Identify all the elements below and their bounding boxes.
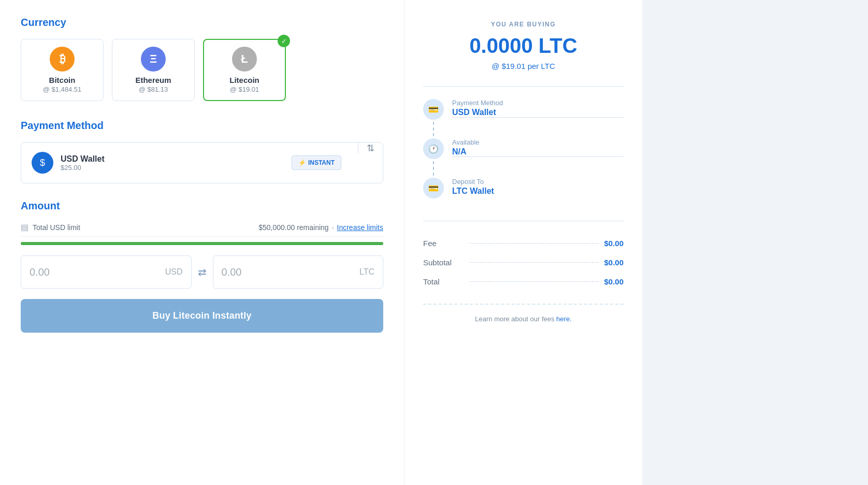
limit-right: $50,000.00 remaining · Increase limits (258, 223, 383, 232)
deposit-to-value: LTC Wallet (452, 187, 624, 196)
eth-icon: Ξ (141, 47, 166, 72)
right-panel: YOU ARE BUYING 0.0000 LTC @ $19.01 per L… (404, 0, 642, 485)
step-payment-icon-col: 💳 (423, 99, 444, 138)
left-panel: Currency ₿ Bitcoin @ $1,484.51 Ξ Ethereu… (0, 0, 404, 485)
fee-dots-2 (470, 262, 599, 263)
amount-limit-row: ▤ Total USD limit $50,000.00 remaining ·… (21, 222, 383, 237)
progress-bar-fill (21, 242, 383, 245)
step-available-icon: 🕐 (423, 138, 444, 159)
buying-amount: 0.0000 LTC (423, 34, 624, 58)
subtotal-label: Subtotal (423, 258, 465, 267)
fees-note-text: Learn more about our fees (475, 315, 556, 323)
payment-box[interactable]: $ USD Wallet $25.00 ⚡ INSTANT ⇅ (21, 142, 383, 183)
usd-input[interactable] (30, 266, 165, 278)
dot-separator: · (332, 223, 334, 232)
step-divider-1 (452, 117, 624, 118)
amount-section-title: Amount (21, 200, 383, 212)
eth-name: Ethereum (135, 76, 171, 84)
fee-row: Fee $0.00 (423, 234, 624, 253)
amount-inputs: USD ⇄ LTC (21, 255, 383, 289)
available-value: N/A (452, 147, 624, 156)
payment-main: $ USD Wallet $25.00 ⚡ INSTANT (21, 142, 358, 183)
fee-dots-1 (470, 243, 599, 244)
step-available-icon-col: 🕐 (423, 138, 444, 178)
increase-limits-link[interactable]: Increase limits (337, 223, 383, 232)
payment-chevron[interactable]: ⇅ (358, 142, 383, 154)
step-connector-1 (433, 122, 434, 136)
subtotal-value: $0.00 (604, 258, 624, 267)
you-are-buying-label: YOU ARE BUYING (423, 21, 624, 28)
ltc-name: Litecoin (229, 76, 259, 84)
step-deposit: 💳 Deposit To LTC Wallet (423, 178, 624, 208)
step-deposit-icon-col: 💳 (423, 178, 444, 198)
summary-steps: 💳 Payment Method USD Wallet 🕐 Available … (423, 99, 624, 208)
step-deposit-text: Deposit To LTC Wallet (452, 178, 624, 208)
payment-name: USD Wallet (61, 154, 105, 164)
usd-input-wrap[interactable]: USD (21, 255, 192, 289)
currency-cards: ₿ Bitcoin @ $1,484.51 Ξ Ethereum @ $81.1… (21, 39, 383, 101)
instant-label: INSTANT (308, 159, 335, 166)
buying-rate: @ $19.01 per LTC (423, 62, 624, 70)
btc-icon: ₿ (50, 47, 75, 72)
btc-price: @ $1,484.51 (43, 85, 82, 93)
wavy-divider (423, 304, 624, 305)
ltc-input[interactable] (222, 266, 359, 278)
fee-rows: Fee $0.00 Subtotal $0.00 Total $0.00 (423, 234, 624, 291)
payment-text: USD Wallet $25.00 (61, 154, 105, 172)
payment-method-value: USD Wallet (452, 108, 624, 117)
limit-remaining: $50,000.00 remaining (258, 223, 328, 232)
currency-section-title: Currency (21, 17, 383, 28)
amount-section: Amount ▤ Total USD limit $50,000.00 rema… (21, 200, 383, 333)
fees-here-link[interactable]: here. (556, 315, 572, 323)
step-deposit-icon: 💳 (423, 178, 444, 198)
step-payment-text: Payment Method USD Wallet (452, 99, 624, 135)
total-label: Total (423, 277, 465, 286)
payment-section-title: Payment Method (21, 120, 383, 132)
currency-card-btc[interactable]: ₿ Bitcoin @ $1,484.51 (21, 39, 104, 101)
fees-note: Learn more about our fees here. (423, 315, 624, 323)
payment-section: Payment Method $ USD Wallet $25.00 ⚡ INS… (21, 120, 383, 183)
payment-balance: $25.00 (61, 164, 105, 172)
usd-label: USD (165, 267, 183, 277)
step-available-text: Available N/A (452, 138, 624, 175)
swap-icon[interactable]: ⇄ (198, 266, 207, 278)
step-payment-method: 💳 Payment Method USD Wallet (423, 99, 624, 138)
summary-divider (423, 86, 624, 87)
total-value: $0.00 (604, 277, 624, 286)
limit-icon: ▤ (21, 222, 28, 232)
subtotal-row: Subtotal $0.00 (423, 253, 624, 272)
ltc-input-wrap[interactable]: LTC (213, 255, 384, 289)
fee-value: $0.00 (604, 239, 624, 248)
step-connector-2 (433, 161, 434, 176)
step-divider-2 (452, 156, 624, 157)
limit-left: ▤ Total USD limit (21, 222, 80, 232)
payment-wallet-icon: $ (32, 152, 53, 174)
limit-label: Total USD limit (33, 223, 80, 232)
step-available: 🕐 Available N/A (423, 138, 624, 178)
eth-price: @ $81.13 (139, 85, 168, 93)
buy-button[interactable]: Buy Litecoin Instantly (21, 299, 383, 333)
fee-dots-3 (470, 281, 599, 282)
step-payment-icon: 💳 (423, 99, 444, 120)
payment-method-label: Payment Method (452, 99, 624, 107)
summary-divider-2 (423, 221, 624, 221)
ltc-price: @ $19.01 (230, 85, 259, 93)
deposit-to-label: Deposit To (452, 178, 624, 186)
lightning-icon: ⚡ (298, 159, 306, 166)
ltc-label: LTC (359, 267, 374, 277)
currency-card-eth[interactable]: Ξ Ethereum @ $81.13 (112, 39, 195, 101)
instant-badge: ⚡ INSTANT (292, 155, 341, 170)
progress-bar-wrap (21, 242, 383, 245)
currency-card-ltc[interactable]: ✓ Ł Litecoin @ $19.01 (203, 39, 286, 101)
btc-name: Bitcoin (49, 76, 76, 84)
currency-section: Currency ₿ Bitcoin @ $1,484.51 Ξ Ethereu… (21, 17, 383, 101)
selected-check-badge: ✓ (278, 35, 290, 47)
available-label: Available (452, 138, 624, 146)
fee-label: Fee (423, 239, 465, 248)
ltc-icon: Ł (232, 47, 257, 72)
total-row: Total $0.00 (423, 272, 624, 291)
